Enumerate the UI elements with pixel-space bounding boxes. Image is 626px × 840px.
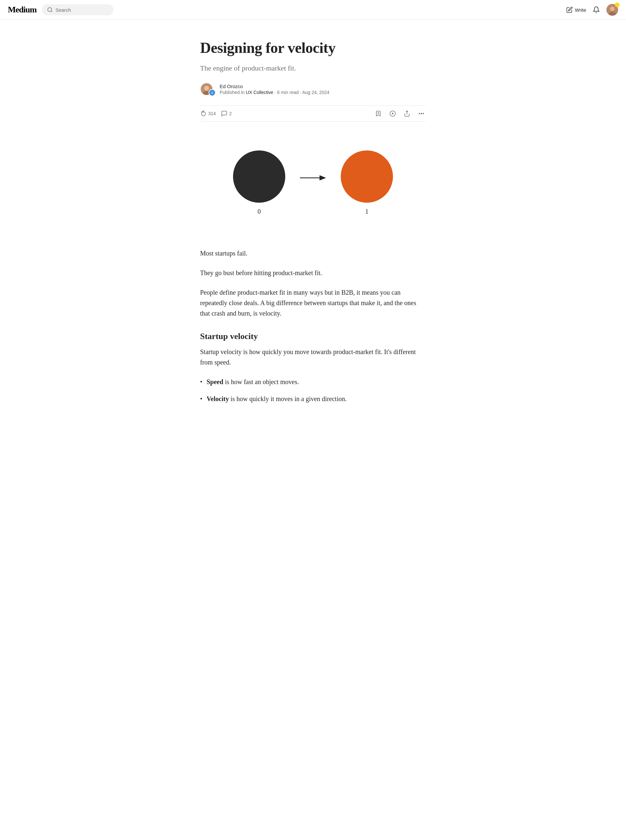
- publication-avatar: U: [208, 89, 216, 96]
- publish-date: Aug 24, 2024: [302, 90, 329, 95]
- action-bar-right: [374, 109, 426, 118]
- navbar-left: Medium Search: [8, 4, 114, 15]
- publication-avatar-image: U: [209, 89, 215, 96]
- bookmark-icon: [375, 110, 382, 117]
- svg-marker-19: [319, 175, 326, 180]
- comment-count: 2: [229, 111, 232, 116]
- share-button[interactable]: [402, 109, 412, 118]
- article-title: Designing for velocity: [200, 39, 426, 57]
- author-row: U Ed Orozco Published in UX Collective ·…: [200, 83, 426, 96]
- more-icon: [418, 110, 425, 117]
- speed-bold: Speed: [207, 378, 223, 385]
- paragraph-4: Startup velocity is how quickly you move…: [200, 347, 426, 368]
- star-badge: ⭐: [615, 3, 620, 7]
- arrow-container: [298, 171, 328, 185]
- list-item-velocity: Velocity is how quickly it moves in a gi…: [200, 394, 426, 404]
- search-bar[interactable]: Search: [42, 4, 114, 15]
- write-button[interactable]: Write: [566, 6, 586, 13]
- clap-icon: [200, 110, 207, 117]
- author-avatars: U: [200, 83, 216, 96]
- clap-count: 314: [208, 111, 216, 116]
- diagram-item-zero: 0: [233, 150, 285, 215]
- svg-text:U: U: [211, 91, 213, 94]
- more-button[interactable]: [417, 109, 426, 118]
- search-icon: [47, 7, 53, 13]
- paragraph-1: Most startups fail.: [200, 248, 426, 258]
- action-bar-left: 314 2: [200, 110, 232, 117]
- heading-startup-velocity: Startup velocity: [200, 332, 426, 341]
- comment-button[interactable]: 2: [221, 110, 232, 117]
- navbar-right: Write ⭐: [566, 4, 618, 16]
- paragraph-2: They go bust before hitting product-mark…: [200, 267, 426, 278]
- velocity-rest: is how quickly it moves in a given direc…: [229, 395, 347, 402]
- circle-dark: [233, 150, 285, 203]
- diagram-label-one: 1: [365, 208, 368, 215]
- author-name[interactable]: Ed Orozco: [220, 83, 329, 89]
- notification-button[interactable]: [593, 6, 600, 13]
- diagram-label-zero: 0: [258, 208, 261, 215]
- publication-link[interactable]: UX Collective: [246, 90, 273, 95]
- search-placeholder: Search: [55, 7, 71, 13]
- svg-marker-13: [392, 112, 394, 114]
- svg-point-17: [423, 113, 424, 114]
- read-time: 6 min read: [277, 90, 299, 95]
- circle-orange: [341, 150, 393, 203]
- svg-point-3: [610, 6, 615, 11]
- svg-point-6: [204, 86, 209, 91]
- diagram-container: 0 1: [200, 138, 426, 228]
- velocity-list: Speed is how fast an object moves. Veloc…: [200, 377, 426, 404]
- bell-icon: [593, 6, 600, 13]
- svg-point-0: [48, 8, 52, 11]
- svg-line-1: [51, 11, 52, 12]
- speed-rest: is how fast an object moves.: [223, 378, 299, 385]
- listen-button[interactable]: [388, 109, 397, 118]
- comment-icon: [221, 110, 227, 117]
- save-button[interactable]: [374, 109, 383, 118]
- paragraph-3: People define product-market fit in many…: [200, 287, 426, 319]
- article-subtitle: The engine of product-market fit.: [200, 63, 426, 74]
- share-icon: [404, 110, 410, 117]
- write-label: Write: [575, 7, 586, 13]
- article-body: Most startups fail. They go bust before …: [200, 248, 426, 404]
- medium-logo[interactable]: Medium: [8, 5, 36, 15]
- action-bar: 314 2: [200, 105, 426, 122]
- play-icon: [390, 110, 396, 117]
- clap-button[interactable]: 314: [200, 110, 216, 117]
- diagram-item-one: 1: [341, 150, 393, 215]
- main-content: Designing for velocity The engine of pro…: [192, 20, 434, 439]
- user-avatar-container[interactable]: ⭐: [606, 4, 618, 16]
- write-icon: [566, 6, 573, 13]
- navbar: Medium Search Write: [0, 0, 626, 20]
- author-info: Ed Orozco Published in UX Collective · 6…: [220, 83, 329, 95]
- velocity-bold: Velocity: [207, 395, 229, 402]
- list-item-speed: Speed is how fast an object moves.: [200, 377, 426, 387]
- author-meta: Published in UX Collective · 6 min read …: [220, 90, 329, 95]
- svg-point-16: [421, 113, 422, 114]
- arrow-icon: [298, 171, 328, 185]
- svg-point-15: [419, 113, 420, 114]
